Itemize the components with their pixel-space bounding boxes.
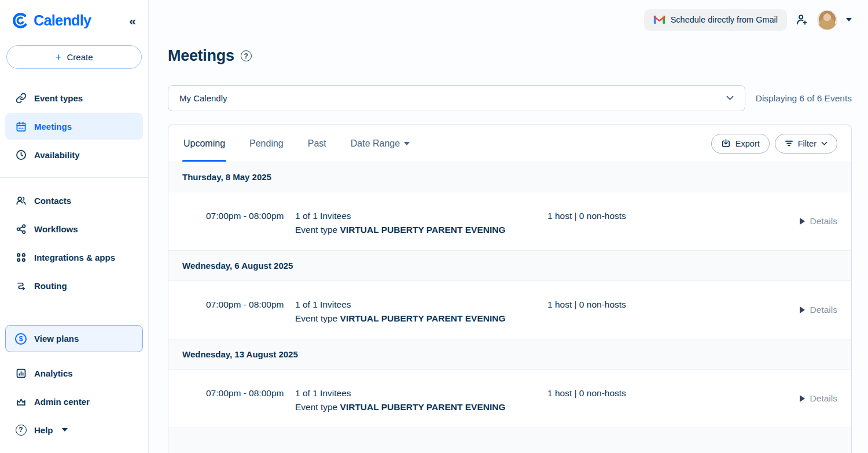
gmail-schedule-button[interactable]: Schedule directly from Gmail bbox=[644, 9, 787, 31]
chevron-down-icon bbox=[821, 141, 827, 146]
meeting-section: Wednesday, 6 August 2025 07:00pm - 08:00… bbox=[168, 251, 851, 339]
sidebar-item-admin-center[interactable]: Admin center bbox=[5, 388, 143, 415]
sidebar-item-integrations[interactable]: Integrations & apps bbox=[5, 244, 143, 271]
event-invitees: 1 of 1 Invitees bbox=[295, 298, 547, 312]
calendar-icon bbox=[15, 121, 27, 132]
event-hosts: 1 host | 0 non-hosts bbox=[547, 370, 626, 428]
avatar[interactable] bbox=[817, 10, 837, 30]
sidebar-item-label: Event types bbox=[34, 93, 83, 103]
event-invitees: 1 of 1 Invitees bbox=[295, 386, 547, 400]
filter-button-label: Filter bbox=[798, 139, 816, 148]
event-type-prefix: Event type bbox=[295, 225, 340, 235]
meeting-row: 07:00pm - 08:00pm 1 of 1 Invitees Event … bbox=[168, 192, 851, 251]
tab-date-range[interactable]: Date Range bbox=[350, 125, 411, 162]
meetings-card: Upcoming Pending Past Date Range bbox=[168, 125, 852, 453]
play-icon bbox=[800, 395, 805, 402]
team-select[interactable]: My Calendly bbox=[168, 85, 745, 111]
section-date: Wednesday, 6 August 2025 bbox=[168, 251, 851, 281]
grid-dots-icon bbox=[15, 252, 27, 263]
card-header: Upcoming Pending Past Date Range bbox=[168, 125, 851, 162]
create-button[interactable]: + Create bbox=[6, 45, 142, 69]
tab-label: Pending bbox=[249, 138, 284, 149]
share-network-icon bbox=[15, 224, 27, 235]
event-hosts: 1 host | 0 non-hosts bbox=[547, 281, 626, 339]
section-rows: 07:00pm - 08:00pm 1 of 1 Invitees Event … bbox=[168, 370, 851, 428]
sidebar-item-workflows[interactable]: Workflows bbox=[5, 215, 143, 242]
export-button[interactable]: Export bbox=[711, 134, 770, 154]
sidebar-item-label: Workflows bbox=[34, 224, 78, 234]
event-type-name: VIRTUAL PUBERTY PARENT EVENING bbox=[340, 313, 506, 323]
gmail-icon bbox=[653, 15, 665, 24]
tab-past[interactable]: Past bbox=[307, 125, 328, 162]
chevron-down-icon bbox=[62, 428, 68, 432]
details-button[interactable]: Details bbox=[800, 305, 837, 315]
filter-icon bbox=[785, 139, 793, 148]
gmail-button-label: Schedule directly from Gmail bbox=[671, 15, 778, 24]
link-icon bbox=[15, 93, 27, 104]
meeting-section: Thursday, 8 May 2025 07:00pm - 08:00pm 1… bbox=[168, 162, 851, 251]
sidebar-item-label: Routing bbox=[34, 281, 67, 291]
export-icon bbox=[721, 138, 731, 148]
event-invitees: 1 of 1 Invitees bbox=[295, 209, 547, 223]
section-rows: 07:00pm - 08:00pm 1 of 1 Invitees Event … bbox=[168, 281, 851, 339]
chevron-down-icon bbox=[404, 142, 410, 145]
details-label: Details bbox=[810, 305, 837, 315]
event-hosts: 1 host | 0 non-hosts bbox=[547, 192, 626, 250]
create-button-label: Create bbox=[67, 52, 93, 62]
dollar-icon: $ bbox=[15, 333, 27, 345]
chevron-down-icon bbox=[726, 96, 734, 101]
details-button[interactable]: Details bbox=[800, 216, 837, 226]
tab-label: Upcoming bbox=[183, 138, 225, 149]
sidebar-item-help[interactable]: ? Help bbox=[5, 417, 143, 443]
page-title: Meetings bbox=[168, 47, 234, 65]
tab-label: Date Range bbox=[351, 138, 400, 149]
calendly-wordmark: Calendly bbox=[34, 12, 91, 29]
sidebar-item-analytics[interactable]: Analytics bbox=[5, 360, 143, 386]
sidebar-secondary-nav: Contacts Workflows Integrations & apps bbox=[5, 185, 143, 301]
next-section-partial bbox=[168, 428, 851, 453]
people-icon bbox=[15, 195, 27, 206]
meeting-sections: Thursday, 8 May 2025 07:00pm - 08:00pm 1… bbox=[168, 162, 851, 428]
meeting-row: 07:00pm - 08:00pm 1 of 1 Invitees Event … bbox=[168, 370, 851, 428]
export-button-label: Export bbox=[735, 139, 760, 148]
details-label: Details bbox=[810, 216, 837, 226]
sidebar-collapse-icon[interactable]: « bbox=[127, 13, 138, 28]
header-actions: Export Filter bbox=[711, 134, 837, 154]
help-tooltip-icon[interactable]: ? bbox=[241, 50, 252, 61]
plus-icon: + bbox=[55, 52, 61, 63]
section-date: Thursday, 8 May 2025 bbox=[168, 162, 851, 192]
view-plans-button[interactable]: $ View plans bbox=[5, 325, 143, 352]
sidebar-item-meetings[interactable]: Meetings bbox=[5, 113, 143, 140]
sidebar-item-availability[interactable]: Availability bbox=[5, 141, 143, 168]
routing-icon bbox=[15, 280, 27, 291]
sidebar-item-label: Availability bbox=[34, 150, 80, 160]
sidebar-item-label: Integrations & apps bbox=[34, 253, 115, 262]
event-type-name: VIRTUAL PUBERTY PARENT EVENING bbox=[340, 225, 506, 235]
sidebar-item-label: Analytics bbox=[34, 368, 73, 378]
calendly-logo-icon bbox=[12, 12, 30, 30]
details-button[interactable]: Details bbox=[800, 393, 837, 404]
tab-upcoming[interactable]: Upcoming bbox=[182, 125, 226, 162]
topbar: Schedule directly from Gmail bbox=[168, 0, 852, 39]
sidebar-item-label: Admin center bbox=[34, 397, 90, 407]
meeting-row: 07:00pm - 08:00pm 1 of 1 Invitees Event … bbox=[168, 281, 851, 339]
add-user-icon[interactable] bbox=[796, 13, 808, 26]
team-select-value: My Calendly bbox=[179, 93, 227, 103]
account-menu-chevron-icon[interactable] bbox=[846, 18, 852, 21]
event-type-name: VIRTUAL PUBERTY PARENT EVENING bbox=[340, 402, 506, 412]
sidebar-divider bbox=[0, 177, 148, 178]
tab-label: Past bbox=[308, 138, 326, 149]
sidebar-item-event-types[interactable]: Event types bbox=[5, 85, 143, 111]
meeting-section: Wednesday, 13 August 2025 07:00pm - 08:0… bbox=[168, 339, 851, 428]
sidebar-item-contacts[interactable]: Contacts bbox=[5, 187, 143, 214]
sidebar-item-label: Help bbox=[34, 425, 53, 435]
sidebar-primary-nav: Event types Meetings Availability bbox=[5, 83, 143, 170]
filter-button[interactable]: Filter bbox=[775, 134, 837, 154]
event-type-prefix: Event type bbox=[295, 313, 340, 323]
toolbar: My Calendly Displaying 6 of 6 Events bbox=[168, 85, 852, 111]
play-icon bbox=[800, 306, 805, 313]
sidebar-item-routing[interactable]: Routing bbox=[5, 272, 143, 299]
tab-pending[interactable]: Pending bbox=[248, 125, 285, 162]
event-time: 07:00pm - 08:00pm bbox=[206, 192, 295, 250]
sidebar-tertiary-nav: Analytics Admin center ? Help bbox=[5, 358, 143, 445]
